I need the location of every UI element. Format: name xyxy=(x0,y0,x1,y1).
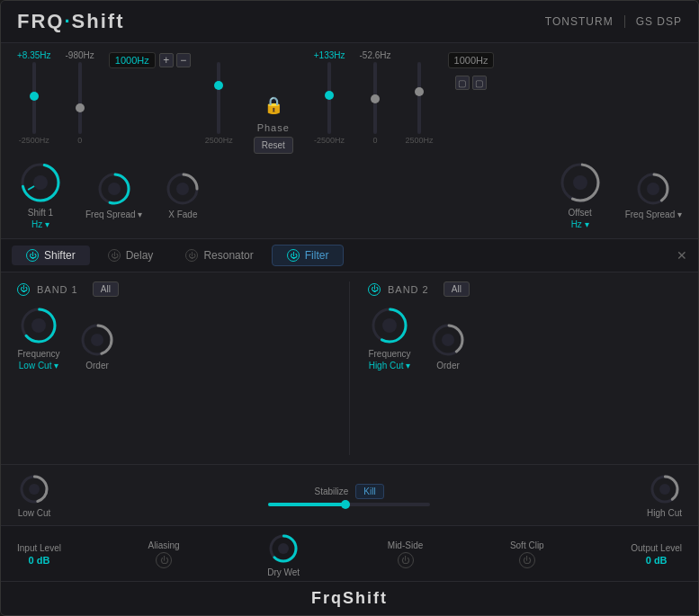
app-title: FrqShift xyxy=(1,581,698,615)
freqspread2-knob[interactable] xyxy=(634,170,672,208)
slider-1-min: -2500Hz xyxy=(19,136,49,145)
freqspread1-label[interactable]: Freq Spread ▾ xyxy=(85,210,142,219)
shift1-knob[interactable] xyxy=(17,159,64,206)
tab-resonator[interactable]: ⏻ Resonator xyxy=(171,246,267,265)
right-freq-selector[interactable]: 1000Hz xyxy=(448,52,495,68)
slider-6[interactable] xyxy=(417,62,421,134)
stabilize-fill xyxy=(268,503,349,506)
drywet-knob[interactable] xyxy=(266,531,300,566)
tab-filter-label: Filter xyxy=(305,249,329,262)
softclip-power-btn[interactable]: ⏻ xyxy=(519,552,535,568)
band2-cut-label[interactable]: High Cut ▾ xyxy=(369,361,411,370)
freqspread1-knob[interactable] xyxy=(95,170,133,208)
logo-frq: FRQ xyxy=(17,10,64,32)
lowcut-knob-item: Low Cut xyxy=(17,472,51,518)
band1-header: ⏻ BAND 1 All xyxy=(17,281,119,297)
band1-all-btn[interactable]: All xyxy=(93,281,119,297)
freqspread2-knob-item: Freq Spread ▾ xyxy=(625,170,682,219)
svg-point-12 xyxy=(573,175,587,190)
band2-order-label: Order xyxy=(436,361,460,370)
slider-3[interactable] xyxy=(217,62,220,134)
band2-freq-knob-item: Frequency High Cut ▾ xyxy=(368,304,411,370)
tab-shifter-power[interactable]: ⏻ xyxy=(26,249,39,262)
tab-shifter[interactable]: ⏻ Shifter xyxy=(12,246,90,265)
logo-shift: Shift xyxy=(72,10,125,32)
right-knob-group: Offset Hz ▾ Freq Spread ▾ xyxy=(557,159,682,229)
lock-icon[interactable]: 🔒 xyxy=(264,95,283,115)
tab-delay[interactable]: ⏻ Delay xyxy=(94,246,168,265)
lowcut-knob[interactable] xyxy=(17,472,51,506)
offset-knob[interactable] xyxy=(557,159,604,206)
tab-filter-power[interactable]: ⏻ xyxy=(287,249,300,262)
band2-freq-label: Frequency xyxy=(368,349,410,359)
band2-power[interactable]: ⏻ xyxy=(368,283,381,296)
highcut-knob[interactable] xyxy=(648,472,682,506)
bottom-controls: Low Cut Stabilize Kill High Cut xyxy=(1,464,698,525)
svg-point-2 xyxy=(33,175,48,190)
tab-resonator-label: Resonator xyxy=(203,249,253,262)
slider-col-4: +133Hz -2500Hz xyxy=(314,50,345,145)
band1-cut-label[interactable]: Low Cut ▾ xyxy=(19,361,58,370)
brand-name: TONSTURM xyxy=(545,15,614,28)
slider-col-2: -980Hz 0 xyxy=(66,50,94,145)
band1-freq-knob[interactable] xyxy=(17,304,60,347)
svg-point-33 xyxy=(659,484,670,495)
band1-knobs: Frequency Low Cut ▾ Order xyxy=(17,304,116,370)
left-freq-row: 1000Hz + − xyxy=(109,52,191,68)
slider-6-max: 2500Hz xyxy=(406,136,434,145)
right-freq-btn2[interactable]: ▢ xyxy=(472,76,487,90)
band2-all-btn[interactable]: All xyxy=(444,281,470,297)
shift1-sublabel[interactable]: Hz ▾ xyxy=(31,219,49,229)
aliasing-item: Aliasing ⏻ xyxy=(148,540,180,568)
aliasing-label: Aliasing xyxy=(148,540,180,550)
output-level-label: Output Level xyxy=(631,543,682,553)
slider-col-1: +8.35Hz -2500Hz xyxy=(17,50,51,145)
tab-delay-power[interactable]: ⏻ xyxy=(108,249,121,262)
tab-close-btn[interactable]: ✕ xyxy=(677,248,687,263)
lowcut-label: Low Cut xyxy=(18,508,51,518)
kill-button[interactable]: Kill xyxy=(355,484,383,499)
tab-resonator-power[interactable]: ⏻ xyxy=(185,249,198,262)
svg-point-30 xyxy=(29,484,40,495)
reset-button[interactable]: Reset xyxy=(254,137,293,154)
slider-4[interactable] xyxy=(327,62,331,134)
right-freq-btn1[interactable]: ▢ xyxy=(455,76,470,90)
band1-order-knob[interactable] xyxy=(78,321,116,359)
slider-5[interactable] xyxy=(373,62,377,134)
offset-sublabel[interactable]: Hz ▾ xyxy=(571,219,589,229)
midside-power-btn[interactable]: ⏻ xyxy=(398,552,414,568)
band1-freq-label: Frequency xyxy=(17,349,59,359)
svg-point-9 xyxy=(176,183,189,195)
freq-minus-btn[interactable]: − xyxy=(176,53,191,67)
tab-filter[interactable]: ⏻ Filter xyxy=(272,245,345,266)
plugin-container: FRQ·Shift TONSTURM GS DSP +8.35Hz -2500H… xyxy=(0,0,699,616)
freq-plus-btn[interactable]: + xyxy=(159,53,174,67)
tab-shifter-label: Shifter xyxy=(44,249,76,262)
left-freq-control: 1000Hz + − xyxy=(109,52,191,68)
band1-power[interactable]: ⏻ xyxy=(17,283,30,296)
xfade-knob[interactable] xyxy=(164,170,202,208)
input-level-item: Input Level 0 dB xyxy=(17,543,61,566)
left-freq-selector[interactable]: 1000Hz xyxy=(109,52,156,68)
slider-val-1: +8.35Hz xyxy=(17,50,51,60)
svg-point-36 xyxy=(278,543,289,554)
slider-2[interactable] xyxy=(78,62,82,134)
xfade-label: X Fade xyxy=(168,210,197,219)
freqspread2-label[interactable]: Freq Spread ▾ xyxy=(625,210,682,219)
slider-val-5: -52.6Hz xyxy=(359,50,390,60)
band2-freq-knob[interactable] xyxy=(368,304,411,347)
softclip-item: Soft Clip ⏻ xyxy=(510,540,544,568)
stabilize-controls: Stabilize Kill xyxy=(314,484,383,499)
band1-order-knob-item: Order xyxy=(78,321,116,370)
shift1-label: Shift 1 xyxy=(28,208,53,218)
drywet-label: Dry Wet xyxy=(267,567,300,577)
aliasing-power-btn[interactable]: ⏻ xyxy=(156,552,172,568)
stabilize-thumb[interactable] xyxy=(341,500,350,509)
band2-order-knob[interactable] xyxy=(429,321,467,359)
filter-band1: ⏻ BAND 1 All Frequency Low Cut ▾ xyxy=(17,281,350,455)
slider-val-4: +133Hz xyxy=(314,50,345,60)
svg-point-6 xyxy=(108,183,121,195)
slider-col-3: x 2500Hz xyxy=(205,50,233,145)
slider-1[interactable] xyxy=(32,62,36,134)
right-slider-group: +133Hz -2500Hz -52.6Hz 0 x 2500Hz 1000Hz… xyxy=(314,50,495,145)
